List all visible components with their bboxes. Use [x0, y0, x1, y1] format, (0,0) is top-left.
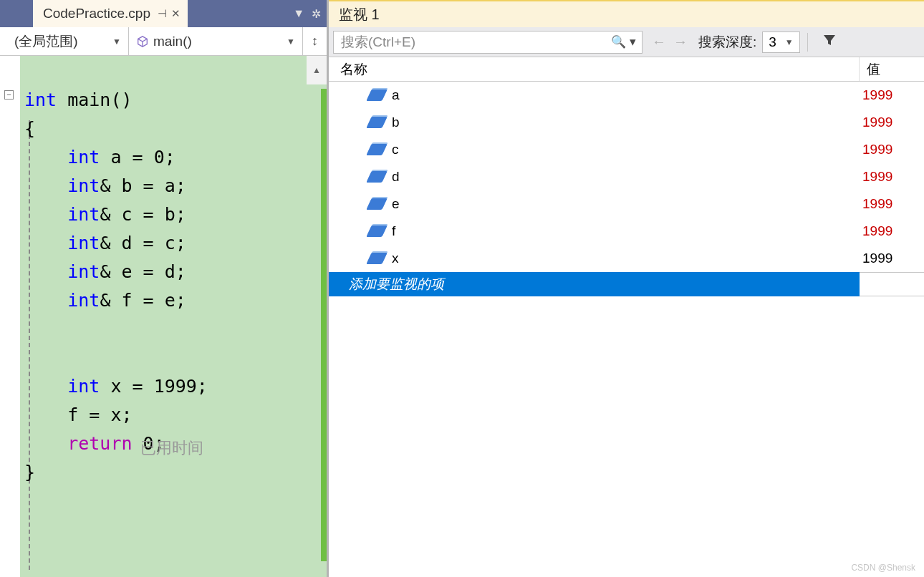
variable-icon: [366, 144, 387, 155]
code-line[interactable]: int& f = e;: [24, 286, 208, 315]
col-value-header[interactable]: 值: [860, 57, 924, 81]
code-line[interactable]: f = x;: [24, 401, 208, 430]
depth-select[interactable]: 3 ▼: [762, 31, 799, 53]
code-text[interactable]: int main(){ int a = 0; int& b = a; int& …: [20, 56, 208, 577]
watch-var-name: b: [392, 115, 400, 130]
watch-row[interactable]: x1999: [329, 245, 924, 272]
code-line[interactable]: return 0;已用时间: [24, 430, 208, 458]
watch-rows: a1999b1999c1999d1999e1999f1999x1999: [329, 82, 924, 272]
code-line[interactable]: int& d = c;: [24, 229, 208, 258]
watch-var-name: a: [392, 87, 400, 103]
watch-var-name: x: [392, 251, 399, 266]
change-indicator: [321, 89, 327, 561]
watch-title: 监视 1: [339, 5, 380, 24]
variable-icon: [366, 226, 387, 237]
chevron-down-icon: ▼: [287, 37, 295, 47]
code-line[interactable]: {: [24, 115, 208, 143]
tab-codepractice[interactable]: CodePractice.cpp ⊣ ✕: [33, 0, 188, 27]
variable-icon: [366, 253, 387, 264]
scope-bar: (全局范围) ▼ main() ▼ ↕: [0, 27, 327, 56]
search-icon[interactable]: 🔍 ▾: [605, 34, 642, 49]
depth-label: 搜索深度:: [698, 33, 756, 52]
scope-function-dropdown[interactable]: main() ▼: [129, 27, 302, 55]
watch-row[interactable]: d1999: [329, 163, 924, 190]
code-editor-pane: CodePractice.cpp ⊣ ✕ ▼ ✲ (全局范围) ▼ main()…: [0, 0, 329, 577]
code-line[interactable]: int& b = a;: [24, 172, 208, 200]
gear-icon[interactable]: ✲: [312, 7, 321, 21]
watch-row[interactable]: e1999: [329, 190, 924, 218]
watch-var-value: 1999: [860, 169, 924, 185]
code-line[interactable]: int main(): [24, 86, 208, 115]
separator: [807, 33, 808, 52]
variable-icon: [366, 89, 387, 101]
tab-bar: CodePractice.cpp ⊣ ✕ ▼ ✲: [0, 0, 327, 27]
watch-var-name: f: [392, 223, 395, 239]
watch-var-value: 1999: [860, 223, 924, 239]
scope-function-label: main(): [153, 34, 287, 49]
chevron-down-icon: ▼: [785, 37, 794, 47]
watch-toolbar: 🔍 ▾ ← → 搜索深度: 3 ▼: [329, 27, 924, 57]
watch-var-value: 1999: [860, 115, 924, 130]
watch-var-value: 1999: [860, 142, 924, 157]
depth-value: 3: [769, 34, 776, 50]
code-line[interactable]: int& c = b;: [24, 200, 208, 229]
variable-icon: [366, 117, 387, 128]
watch-var-name: d: [392, 169, 400, 185]
search-input[interactable]: [334, 34, 605, 50]
code-line[interactable]: [24, 315, 208, 344]
code-line[interactable]: int x = 1999;: [24, 372, 208, 401]
watch-var-name: c: [392, 142, 399, 157]
filter-button[interactable]: [815, 33, 844, 51]
variable-icon: [366, 171, 387, 183]
watermark: CSDN @Shensk: [851, 563, 915, 573]
code-line[interactable]: int a = 0;: [24, 143, 208, 172]
watch-row[interactable]: c1999: [329, 136, 924, 163]
add-watch-label: 添加要监视的项: [349, 275, 444, 294]
scope-global-dropdown[interactable]: (全局范围) ▼: [0, 27, 129, 55]
code-line[interactable]: [24, 344, 208, 372]
code-area[interactable]: − int main(){ int a = 0; int& b = a; int…: [0, 56, 327, 577]
gutter: [0, 56, 20, 577]
watch-var-value: 1999: [860, 251, 924, 266]
collapse-toggle[interactable]: −: [4, 90, 14, 100]
nav-forward-button[interactable]: →: [670, 34, 691, 50]
watch-title-bar[interactable]: 监视 1: [329, 0, 924, 27]
add-watch-row[interactable]: 添加要监视的项: [329, 272, 924, 296]
watch-row[interactable]: a1999: [329, 82, 924, 109]
search-box[interactable]: 🔍 ▾: [333, 31, 643, 54]
scroll-up-button[interactable]: ▲: [307, 56, 327, 84]
scope-global-label: (全局范围): [14, 32, 78, 51]
watch-header: 名称 值: [329, 57, 924, 82]
watch-row[interactable]: b1999: [329, 109, 924, 136]
code-line[interactable]: }: [24, 458, 208, 487]
col-name-header[interactable]: 名称: [329, 57, 860, 81]
watch-pane: 监视 1 🔍 ▾ ← → 搜索深度: 3 ▼ 名称 值 a1999b1999c1…: [329, 0, 924, 577]
split-editor-button[interactable]: ↕: [302, 27, 327, 55]
code-line[interactable]: int& e = d;: [24, 258, 208, 286]
watch-var-value: 1999: [860, 87, 924, 103]
variable-icon: [366, 198, 387, 210]
watch-var-name: e: [392, 196, 400, 212]
tab-title: CodePractice.cpp: [43, 6, 150, 21]
pin-icon[interactable]: ⊣: [158, 7, 167, 20]
chevron-down-icon: ▼: [112, 37, 121, 47]
close-icon[interactable]: ✕: [171, 7, 181, 20]
nav-back-button[interactable]: ←: [648, 34, 670, 50]
watch-var-value: 1999: [860, 196, 924, 212]
dropdown-icon[interactable]: ▼: [293, 7, 304, 20]
watch-row[interactable]: f1999: [329, 218, 924, 245]
cube-icon: [136, 35, 149, 48]
